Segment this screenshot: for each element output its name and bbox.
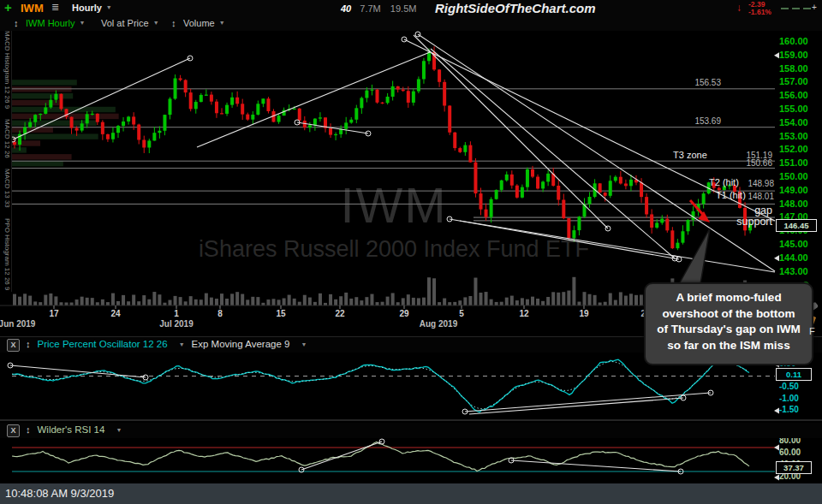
font-tool-label[interactable]: F	[809, 326, 815, 336]
volume-bar	[495, 302, 498, 305]
volume-bar	[111, 294, 115, 305]
resize-updown-icon[interactable]: ↕	[14, 18, 19, 28]
stat-volume-2: 19.5M	[390, 3, 417, 14]
candle-body	[169, 98, 172, 115]
volume-bar	[65, 302, 68, 305]
volume-bar	[189, 296, 193, 305]
candle-body	[468, 145, 472, 163]
bar-stats: 40 7.7M 19.5M	[341, 3, 423, 14]
candle-body	[443, 82, 446, 106]
annotation-line: of Thursday's gap on IWM	[646, 322, 812, 338]
volume-bar	[526, 299, 529, 305]
series-dropdown[interactable]: IWM Hourly▼	[26, 18, 85, 28]
resize-updown-icon[interactable]: ↕	[26, 424, 31, 435]
trendline	[511, 460, 681, 471]
current-ppo-box: 0.11	[776, 368, 812, 381]
volume-bar	[210, 298, 213, 305]
volume-bar	[634, 295, 638, 305]
candle-body	[28, 122, 32, 127]
rsi-title-dropdown[interactable]: Wilder's RSI 14	[38, 424, 105, 435]
candle-body	[386, 97, 390, 103]
trendline	[297, 122, 368, 133]
candle-body	[293, 109, 296, 110]
volume-bar	[593, 295, 597, 305]
change-percent: -1.61%	[748, 9, 771, 16]
candle-body	[184, 80, 188, 93]
candle-body	[277, 116, 281, 122]
candle-body	[215, 102, 218, 114]
volume-bar	[174, 296, 177, 305]
volume-bar	[438, 302, 441, 305]
date-tick-label: 8	[217, 309, 223, 318]
volume-bar	[531, 297, 534, 305]
candle-body	[485, 210, 488, 217]
volume-bar	[344, 293, 348, 305]
candle-body	[572, 230, 575, 238]
candle-body	[152, 133, 156, 140]
mini-dash-button[interactable]	[792, 8, 800, 9]
date-tick-label: 17	[49, 309, 58, 318]
ppo-ema-dropdown[interactable]: Exp Moving Average 9	[192, 339, 290, 349]
candle-body	[205, 95, 208, 96]
candle-body	[246, 115, 249, 120]
candle-body	[510, 175, 514, 186]
volume-bar	[396, 302, 400, 305]
volume-at-price-bar	[12, 93, 73, 98]
symbol-label[interactable]: IWM	[21, 2, 44, 15]
candle-body	[531, 169, 534, 177]
candle-body	[448, 106, 451, 133]
candle-body	[370, 90, 373, 91]
volume-bar	[572, 277, 575, 305]
candle-body	[402, 90, 405, 92]
candle-body	[194, 102, 198, 109]
volume-bar	[18, 297, 21, 305]
price-down-arrow-icon: ↓	[736, 2, 742, 14]
level-label-t3: T3 zone	[673, 150, 707, 160]
date-tick-label: 5	[459, 309, 464, 318]
candle-body	[480, 193, 483, 210]
ppo-title-dropdown[interactable]: Price Percent Oscillator 12 26	[38, 339, 168, 349]
rsi-close-button[interactable]: X	[7, 424, 20, 437]
volume-bar	[360, 300, 363, 305]
candle-body	[179, 78, 182, 80]
candle-body	[106, 134, 110, 139]
collapsed-indicator-strip[interactable]: MACD Histogram 12 26 9 MACD 12 26 MACD 1…	[0, 31, 12, 292]
volume-bar	[381, 302, 384, 305]
candle-body	[111, 133, 115, 139]
date-tick-label: 15	[276, 309, 285, 318]
volume-bar	[515, 300, 519, 305]
volume-bar	[609, 294, 612, 305]
timeframe-dropdown[interactable]: Hourly▼	[72, 3, 112, 13]
candle-body	[91, 114, 94, 115]
resize-updown-icon[interactable]: ↕	[26, 339, 31, 349]
candle-body	[329, 128, 332, 135]
candle-body	[101, 122, 104, 134]
volume-bar	[277, 299, 281, 305]
candle-body	[676, 243, 679, 248]
watchlist-menu-icon[interactable]: ≣	[51, 2, 58, 13]
volume-dropdown[interactable]: Volume▼	[183, 18, 225, 28]
candle-body	[256, 104, 259, 115]
candle-body	[116, 126, 120, 133]
strip-label-macd-histogram: MACD Histogram 12 26 9	[3, 31, 11, 109]
mini-dash-button[interactable]	[803, 8, 811, 9]
date-tick-label: 29	[399, 309, 408, 318]
annotation-callout[interactable]: A brief momo-fuled overshoot of the bott…	[644, 282, 813, 365]
trendline	[469, 398, 683, 414]
candle-body	[127, 116, 130, 122]
ppo-close-button[interactable]: X	[7, 339, 20, 352]
mini-plus-button[interactable]: +	[812, 3, 817, 12]
resize-updown-icon[interactable]: ↕	[171, 18, 176, 28]
vol-at-price-dropdown[interactable]: Vol at Price▼	[101, 18, 159, 28]
date-tick-label: 22	[335, 309, 344, 318]
date-tick-label: 24	[110, 309, 120, 318]
candle-body	[515, 186, 519, 198]
add-symbol-button[interactable]: +	[4, 0, 12, 15]
volume-bar	[480, 293, 483, 305]
price-axis-label: 145.00	[779, 239, 808, 249]
candle-body	[261, 98, 265, 104]
candle-body	[235, 98, 239, 104]
volume-bar	[220, 294, 223, 305]
volume-bar	[417, 298, 420, 305]
mini-dash-button[interactable]	[781, 8, 789, 9]
